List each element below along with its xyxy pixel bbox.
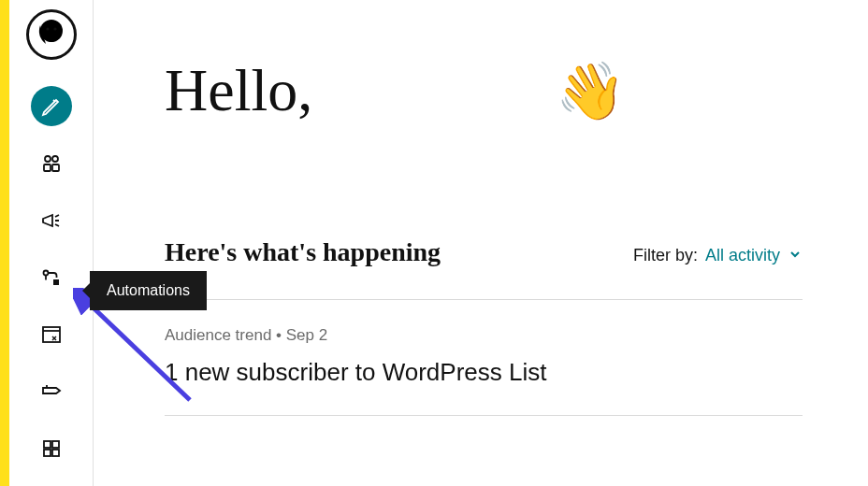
freddie-icon bbox=[29, 12, 74, 57]
divider bbox=[165, 299, 803, 300]
chevron-down-icon bbox=[788, 247, 803, 265]
filter-label: Filter by: bbox=[633, 246, 698, 265]
subheader-row: Here's what's happening Filter by: All a… bbox=[165, 237, 803, 267]
svg-point-3 bbox=[45, 156, 51, 162]
activity-filter[interactable]: Filter by: All activity bbox=[633, 246, 803, 265]
sidebar-item-audience[interactable] bbox=[31, 143, 72, 183]
megaphone-icon bbox=[40, 209, 63, 232]
website-icon bbox=[40, 323, 63, 346]
greeting-row: Hello, 👋 bbox=[165, 56, 803, 125]
audience-icon bbox=[40, 152, 63, 175]
svg-rect-12 bbox=[44, 450, 51, 456]
subheader-text: Here's what's happening bbox=[165, 237, 441, 267]
content-studio-icon bbox=[40, 380, 63, 403]
svg-rect-9 bbox=[43, 327, 60, 342]
sidebar-item-integrations[interactable] bbox=[31, 429, 72, 469]
sidebar-tooltip: Automations bbox=[90, 271, 207, 310]
svg-point-1 bbox=[46, 27, 49, 30]
svg-rect-8 bbox=[53, 279, 59, 285]
activity-meta: Audience trend • Sep 2 bbox=[165, 326, 803, 345]
filter-value: All activity bbox=[705, 246, 780, 265]
activity-item[interactable]: Audience trend • Sep 2 1 new subscriber … bbox=[165, 326, 803, 387]
activity-title: 1 new subscriber to WordPress List bbox=[165, 358, 803, 387]
grid-icon bbox=[40, 437, 63, 460]
svg-rect-11 bbox=[52, 441, 59, 448]
automations-icon bbox=[40, 266, 63, 289]
pencil-icon bbox=[40, 95, 63, 118]
svg-point-4 bbox=[52, 156, 58, 162]
sidebar-item-website[interactable] bbox=[31, 315, 72, 355]
sidebar-item-content-studio[interactable] bbox=[31, 372, 72, 412]
svg-point-7 bbox=[43, 270, 48, 275]
divider bbox=[165, 415, 803, 416]
sidebar-item-create[interactable] bbox=[31, 86, 72, 126]
svg-rect-5 bbox=[44, 164, 51, 171]
sidebar-tooltip-label: Automations bbox=[107, 282, 190, 298]
svg-point-2 bbox=[53, 27, 56, 30]
svg-rect-10 bbox=[44, 441, 51, 448]
sidebar-item-campaigns[interactable] bbox=[31, 200, 72, 240]
svg-rect-6 bbox=[52, 164, 59, 171]
brand-edge-bar bbox=[0, 0, 9, 486]
greeting-text: Hello, bbox=[165, 56, 312, 125]
wave-emoji: 👋 bbox=[556, 58, 626, 124]
brand-logo[interactable] bbox=[26, 9, 77, 60]
main-content: Hello, 👋 Here's what's happening Filter … bbox=[94, 0, 868, 486]
sidebar-item-automations[interactable] bbox=[31, 257, 72, 297]
svg-rect-13 bbox=[52, 450, 59, 456]
sidebar: Automations bbox=[9, 0, 94, 486]
